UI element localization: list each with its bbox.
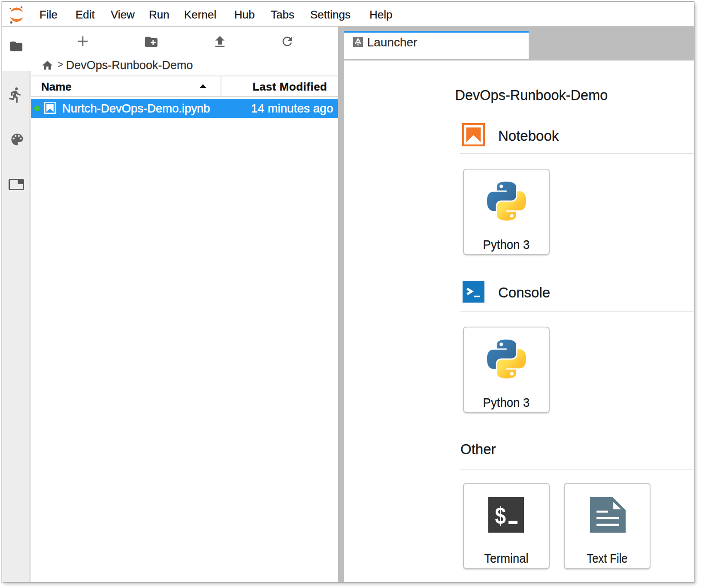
svg-text:$: $ [495, 503, 506, 529]
